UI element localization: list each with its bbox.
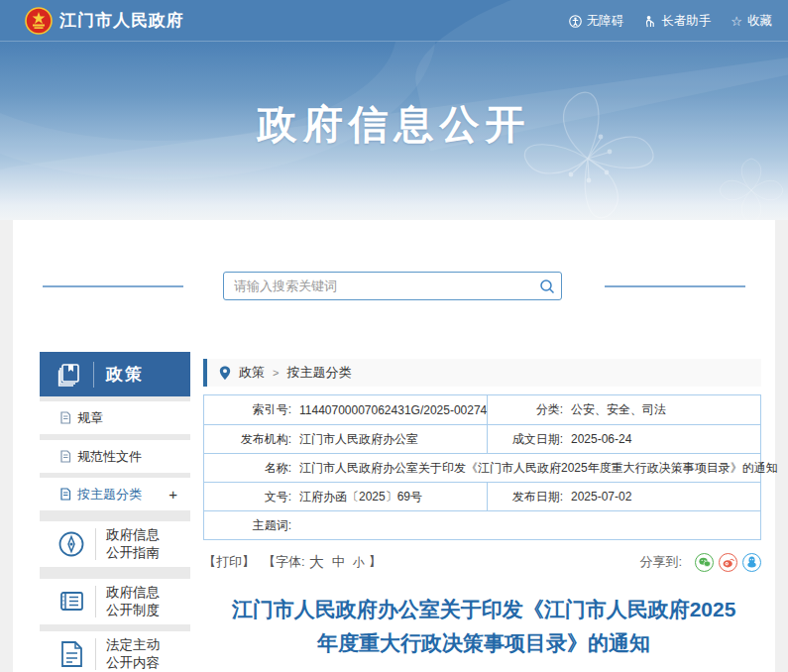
sidebar-item-divider: [95, 586, 96, 617]
label-line2: 公开指南: [106, 544, 160, 562]
label-line1: 政府信息: [106, 526, 160, 544]
accessibility-link[interactable]: 无障碍: [569, 13, 624, 30]
book-icon: [56, 362, 81, 388]
info-label: 名称:: [204, 460, 291, 477]
sidebar-item-label: 政府信息 公开制度: [106, 584, 160, 619]
font-size-large-button[interactable]: 大: [309, 553, 324, 572]
table-cell: 发布日期: 2025-07-02: [488, 483, 760, 510]
flower-watermark-small-icon: [712, 151, 788, 220]
info-label: 分类:: [488, 401, 563, 418]
wechat-share-icon[interactable]: [695, 553, 714, 572]
font-size-medium-button[interactable]: 中: [332, 553, 345, 571]
info-value: 2025-06-24: [571, 432, 631, 446]
sidebar-item-label: 规范性文件: [77, 448, 142, 466]
table-row: 索引号: 11440700007062431G/2025-00274 分类: 公…: [204, 395, 760, 424]
qq-share-icon[interactable]: [742, 553, 761, 572]
ledger-icon: [56, 587, 86, 616]
sidebar-section-title: 政策: [106, 363, 144, 386]
article-title: 江门市人民政府办公室关于印发《江门市人民政府2025年度重大行政决策事项目录》的…: [224, 593, 743, 660]
document-info-table: 索引号: 11440700007062431G/2025-00274 分类: 公…: [203, 394, 761, 540]
font-size-small-button[interactable]: 小: [353, 554, 365, 571]
search-box: [223, 272, 562, 300]
favorite-link[interactable]: ☆ 收藏: [731, 13, 772, 30]
table-cell: 分类: 公安、安全、司法: [488, 395, 760, 424]
share-label: 分享到:: [639, 553, 682, 571]
elder-assistant-link[interactable]: 长者助手: [643, 13, 711, 30]
sidebar-item-regulations[interactable]: 规章: [40, 401, 190, 434]
breadcrumb: 政策 > 按主题分类: [203, 359, 761, 387]
info-label: 主题词:: [204, 517, 291, 534]
table-cell: 主题词:: [204, 511, 760, 539]
table-cell: 索引号: 11440700007062431G/2025-00274: [204, 395, 488, 424]
info-label: 发布日期:: [488, 489, 563, 505]
accessibility-icon: [569, 15, 582, 28]
page-icon: [59, 450, 71, 463]
breadcrumb-item-by-topic[interactable]: 按主题分类: [286, 364, 351, 382]
site-name: 江门市人民政府: [59, 0, 184, 42]
breadcrumb-item-policy[interactable]: 政策: [239, 364, 265, 382]
document-icon: [56, 639, 86, 669]
sidebar-item-gov-info-system[interactable]: 政府信息 公开制度: [40, 579, 190, 624]
sidebar-item-divider: [95, 638, 96, 670]
page: 江门市人民政府 无障碍 长者助手 ☆ 收藏: [0, 0, 788, 672]
sidebar-item-divider: [95, 528, 96, 560]
label-line1: 法定主动: [106, 636, 160, 654]
search-input[interactable]: [224, 273, 533, 299]
article-toolbar: 【打印】 【字体: 大 中 小 】 分享到:: [203, 551, 761, 573]
label-line2: 公开制度: [106, 602, 160, 619]
font-size-suffix: 】: [369, 553, 382, 571]
font-size-prefix: 【字体:: [263, 553, 305, 571]
info-value: 江门市人民政府办公室: [299, 431, 418, 448]
sidebar-item-statutory-disclosure[interactable]: 法定主动 公开内容: [40, 631, 190, 672]
info-label: 成文日期:: [488, 431, 563, 448]
accessibility-label: 无障碍: [587, 13, 624, 30]
search-button[interactable]: [533, 273, 561, 299]
compass-icon: [56, 529, 86, 559]
table-cell: 文号: 江府办函〔2025〕69号: [204, 483, 488, 510]
table-cell: 发布机构: 江门市人民政府办公室: [204, 425, 488, 453]
breadcrumb-separator: >: [273, 367, 279, 379]
search-icon: [539, 279, 555, 294]
header-links: 无障碍 长者助手 ☆ 收藏: [569, 0, 772, 42]
label-line1: 政府信息: [106, 584, 160, 602]
sidebar-header-divider: [93, 362, 94, 388]
expand-plus-icon[interactable]: +: [169, 487, 177, 502]
page-icon: [59, 411, 71, 424]
star-icon: ☆: [731, 15, 742, 28]
info-value: 2025-07-02: [571, 490, 631, 504]
info-value: 11440700007062431G/2025-00274: [299, 403, 487, 417]
search-decor-line-right: [605, 285, 745, 287]
page-icon: [59, 488, 71, 501]
sidebar-item-label: 规章: [77, 409, 103, 427]
info-label: 发布机构:: [204, 431, 291, 448]
weibo-share-icon[interactable]: [719, 553, 737, 572]
info-label: 文号:: [204, 489, 291, 505]
info-value: 江门市人民政府办公室关于印发《江门市人民政府2025年度重大行政决策事项目录》的…: [299, 460, 778, 477]
sidebar-item-label: 政府信息 公开指南: [106, 526, 160, 562]
search-decor-line-left: [43, 285, 183, 287]
national-emblem-icon: [25, 7, 53, 35]
info-value: 江府办函〔2025〕69号: [299, 489, 422, 505]
sidebar-item-normative-documents[interactable]: 规范性文件: [40, 440, 190, 473]
print-button[interactable]: 【打印】: [203, 553, 255, 571]
sidebar-item-by-topic[interactable]: 按主题分类 +: [40, 478, 190, 510]
table-row: 文号: 江府办函〔2025〕69号 发布日期: 2025-07-02: [204, 482, 760, 510]
table-cell: 成文日期: 2025-06-24: [488, 425, 760, 453]
elder-assistant-icon: [643, 15, 656, 28]
favorite-label: 收藏: [747, 13, 772, 30]
sidebar-section-header-policy[interactable]: 政策: [40, 352, 190, 396]
label-line2: 公开内容: [106, 654, 160, 672]
elder-assistant-label: 长者助手: [661, 13, 711, 30]
info-value: 公安、安全、司法: [571, 401, 666, 418]
sidebar-item-label: 按主题分类: [77, 486, 142, 504]
sidebar-item-gov-info-guide[interactable]: 政府信息 公开指南: [40, 521, 190, 567]
table-cell: 名称: 江门市人民政府办公室关于印发《江门市人民政府2025年度重大行政决策事项…: [204, 454, 778, 482]
top-header-bar: 江门市人民政府 无障碍 长者助手 ☆ 收藏: [0, 0, 788, 42]
location-pin-icon: [219, 366, 231, 381]
table-row: 主题词:: [204, 510, 760, 539]
sidebar-item-label: 法定主动 公开内容: [106, 636, 160, 672]
table-row: 发布机构: 江门市人民政府办公室 成文日期: 2025-06-24: [204, 424, 760, 453]
table-row: 名称: 江门市人民政府办公室关于印发《江门市人民政府2025年度重大行政决策事项…: [204, 453, 760, 482]
info-label: 索引号:: [204, 401, 291, 418]
